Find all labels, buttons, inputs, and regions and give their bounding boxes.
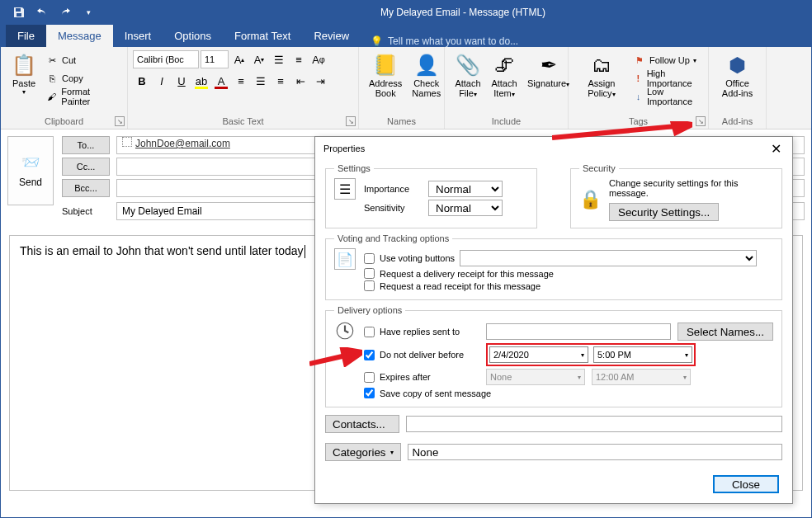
copy-button[interactable]: ⎘Copy [45,70,119,87]
settings-legend: Settings [334,163,374,173]
grow-font-button[interactable]: A▴ [230,50,248,68]
have-replies-checkbox[interactable] [364,327,375,337]
qat-undo-button[interactable] [31,1,54,24]
use-voting-label: Use voting buttons [380,253,455,263]
font-name-combo[interactable] [133,50,199,68]
close-button[interactable]: Close [713,475,779,493]
signature-button[interactable]: ✒ Signature▾ [522,50,574,90]
do-not-deliver-checkbox[interactable] [364,350,375,360]
policy-icon: 🗂 [588,52,615,78]
security-lock-icon: 🔒 [579,189,601,210]
delivery-receipt-checkbox[interactable] [364,268,375,279]
shrink-font-button[interactable]: A▾ [250,50,268,68]
basic-text-launcher[interactable]: ↘ [346,116,356,126]
importance-label: Importance [364,184,422,194]
expires-label: Expires after [380,372,431,382]
tab-review[interactable]: Review [302,25,361,47]
bold-button[interactable]: B [133,72,151,90]
expires-checkbox[interactable] [364,372,375,383]
contacts-input[interactable] [406,416,782,432]
high-importance-button[interactable]: !High Importance [633,70,700,87]
security-settings-button[interactable]: Security Settings... [609,203,719,221]
to-recipient[interactable]: JohnDoe@email.com [135,138,230,149]
paperclip-icon: 📎 [455,52,481,78]
pilcrow-button[interactable]: Aφ [309,50,328,68]
assign-policy-button[interactable]: 🗂 Assign Policy▾ [574,50,630,100]
importance-select[interactable]: Normal [428,181,503,197]
send-button[interactable]: 📨 Send [7,136,54,205]
group-label-basic-text: Basic Text [223,116,264,126]
have-replies-input[interactable] [486,323,671,340]
voting-legend: Voting and Tracking options [334,233,452,243]
address-book-icon: 📒 [372,52,399,78]
address-book-button[interactable]: 📒 Address Book [364,50,407,100]
tags-launcher[interactable]: ↘ [696,116,706,126]
tab-message[interactable]: Message [46,25,113,47]
voting-icon: 📄 [334,248,356,270]
bcc-button[interactable]: Bcc... [62,179,110,197]
check-names-icon: 👤 [413,52,440,78]
dialog-title: Properties [323,144,365,153]
increase-indent-button[interactable]: ⇥ [311,72,329,90]
deliver-date-combo[interactable]: 2/4/2020▾ [489,346,588,363]
cut-button[interactable]: ✂Cut [45,52,119,68]
qat-customize-button[interactable]: ▾ [77,1,100,24]
check-names-button[interactable]: 👤 Check Names [407,50,446,100]
paste-icon: 📋 [11,52,37,78]
body-text: This is an email to John that won't send… [20,244,304,257]
clipboard-launcher[interactable]: ↘ [115,116,125,126]
window-title: My Delayed Email - Message (HTML) [380,7,545,18]
high-importance-icon: ! [633,73,644,83]
copy-icon: ⎘ [45,73,59,83]
follow-up-button[interactable]: ⚑Follow Up▾ [633,52,700,68]
security-text: Change security settings for this messag… [609,178,773,198]
tab-format-text[interactable]: Format Text [223,25,302,47]
tab-file[interactable]: File [6,25,46,47]
save-copy-checkbox[interactable] [364,388,375,398]
cc-button[interactable]: Cc... [62,158,110,176]
align-right-button[interactable]: ≡ [271,72,290,90]
security-legend: Security [579,163,619,173]
expires-time-combo: 12:00 AM▾ [592,369,691,385]
numbering-button[interactable]: ≡ [290,50,308,68]
delivery-receipt-label: Request a delivery receipt for this mess… [380,269,554,279]
select-names-button[interactable]: Select Names... [677,323,773,341]
delivery-legend: Delivery options [334,305,405,315]
highlight-color-button[interactable]: ab [192,72,210,90]
save-copy-label: Save copy of sent message [380,388,491,398]
office-addins-button[interactable]: ⬢ Office Add-ins [714,50,761,100]
font-color-button[interactable]: A [212,72,230,90]
font-size-combo[interactable] [201,50,229,68]
categories-input[interactable] [408,444,782,460]
ribbon: 📋 Paste▾ ✂Cut ⎘Copy 🖌Format Painter Clip… [1,47,811,130]
decrease-indent-button[interactable]: ⇤ [291,72,309,90]
read-receipt-checkbox[interactable] [364,280,375,291]
format-painter-button[interactable]: 🖌Format Painter [45,88,119,105]
use-voting-checkbox[interactable] [364,253,375,264]
deliver-time-combo[interactable]: 5:00 PM▾ [593,346,692,363]
contacts-button[interactable]: Contacts... [325,415,399,433]
quick-access-toolbar: ▾ My Delayed Email - Message (HTML) [1,1,811,24]
attach-item-button[interactable]: 🖇 Attach Item▾ [486,50,522,100]
signature-icon: ✒ [536,52,562,78]
to-button[interactable]: To... [62,136,110,154]
qat-redo-button[interactable] [54,1,77,24]
paste-button[interactable]: 📋 Paste▾ [6,50,42,97]
low-importance-icon: ↓ [633,92,644,101]
align-center-button[interactable]: ☰ [252,72,270,90]
tell-me-search[interactable]: 💡Tell me what you want to do... [361,35,518,47]
dialog-close-icon[interactable]: ✕ [767,141,784,157]
underline-button[interactable]: U [172,72,191,90]
align-left-button[interactable]: ≡ [232,72,250,90]
voting-buttons-select[interactable] [460,250,757,266]
bullets-button[interactable]: ☰ [270,50,288,68]
attach-file-button[interactable]: 📎 Attach File▾ [450,50,486,100]
tab-options[interactable]: Options [163,25,223,47]
group-label-include: Include [445,115,568,129]
sensitivity-select[interactable]: Normal [428,200,503,216]
tab-insert[interactable]: Insert [113,25,163,47]
low-importance-button[interactable]: ↓Low Importance [633,88,700,105]
italic-button[interactable]: I [153,72,171,90]
categories-button[interactable]: Categories▾ [325,443,401,461]
qat-save-button[interactable] [7,1,31,24]
